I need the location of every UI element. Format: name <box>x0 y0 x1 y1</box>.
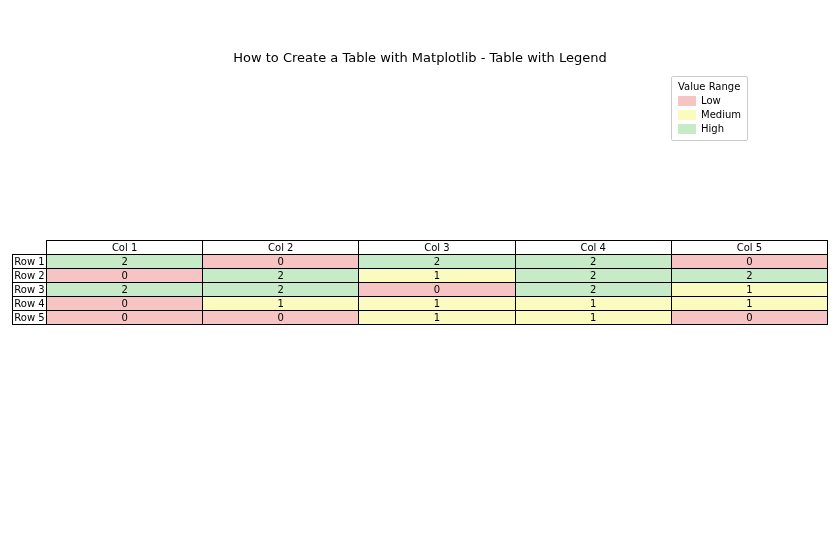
table-row: Row 4 0 1 1 1 1 <box>13 297 828 311</box>
data-table: Col 1 Col 2 Col 3 Col 4 Col 5 Row 1 2 0 … <box>12 240 828 325</box>
cell: 0 <box>671 311 827 325</box>
col-header: Col 2 <box>203 241 359 255</box>
col-header: Col 1 <box>47 241 203 255</box>
cell: 0 <box>359 283 515 297</box>
cell: 1 <box>359 269 515 283</box>
legend-item-low: Low <box>678 94 741 108</box>
cell: 2 <box>203 283 359 297</box>
cell: 0 <box>203 255 359 269</box>
cell: 0 <box>203 311 359 325</box>
table-row: Row 2 0 2 1 2 2 <box>13 269 828 283</box>
cell: 2 <box>47 283 203 297</box>
legend-label: Low <box>701 94 721 108</box>
cell: 1 <box>203 297 359 311</box>
cell: 0 <box>671 255 827 269</box>
swatch-icon <box>678 96 696 106</box>
cell: 1 <box>671 297 827 311</box>
row-header: Row 1 <box>13 255 47 269</box>
cell: 2 <box>359 255 515 269</box>
cell: 2 <box>515 283 671 297</box>
cell: 0 <box>47 311 203 325</box>
legend-item-medium: Medium <box>678 108 741 122</box>
cell: 1 <box>515 311 671 325</box>
row-header: Row 2 <box>13 269 47 283</box>
cell: 2 <box>515 255 671 269</box>
swatch-icon <box>678 110 696 120</box>
cell: 1 <box>671 283 827 297</box>
row-header: Row 4 <box>13 297 47 311</box>
col-header: Col 3 <box>359 241 515 255</box>
cell: 2 <box>671 269 827 283</box>
cell: 1 <box>359 311 515 325</box>
page-title: How to Create a Table with Matplotlib - … <box>0 50 840 65</box>
cell: 1 <box>515 297 671 311</box>
table-row: Row 5 0 0 1 1 0 <box>13 311 828 325</box>
col-header: Col 4 <box>515 241 671 255</box>
legend-label: High <box>701 122 724 136</box>
legend-title: Value Range <box>678 81 741 92</box>
legend-label: Medium <box>701 108 741 122</box>
table-row: Row 3 2 2 0 2 1 <box>13 283 828 297</box>
cell: 0 <box>47 269 203 283</box>
table-header-row: Col 1 Col 2 Col 3 Col 4 Col 5 <box>13 241 828 255</box>
row-header: Row 5 <box>13 311 47 325</box>
cell: 2 <box>47 255 203 269</box>
legend: Value Range Low Medium High <box>671 76 748 141</box>
cell: 0 <box>47 297 203 311</box>
row-header: Row 3 <box>13 283 47 297</box>
table-row: Row 1 2 0 2 2 0 <box>13 255 828 269</box>
table-corner <box>13 241 47 255</box>
swatch-icon <box>678 124 696 134</box>
col-header: Col 5 <box>671 241 827 255</box>
legend-item-high: High <box>678 122 741 136</box>
cell: 2 <box>203 269 359 283</box>
cell: 2 <box>515 269 671 283</box>
cell: 1 <box>359 297 515 311</box>
